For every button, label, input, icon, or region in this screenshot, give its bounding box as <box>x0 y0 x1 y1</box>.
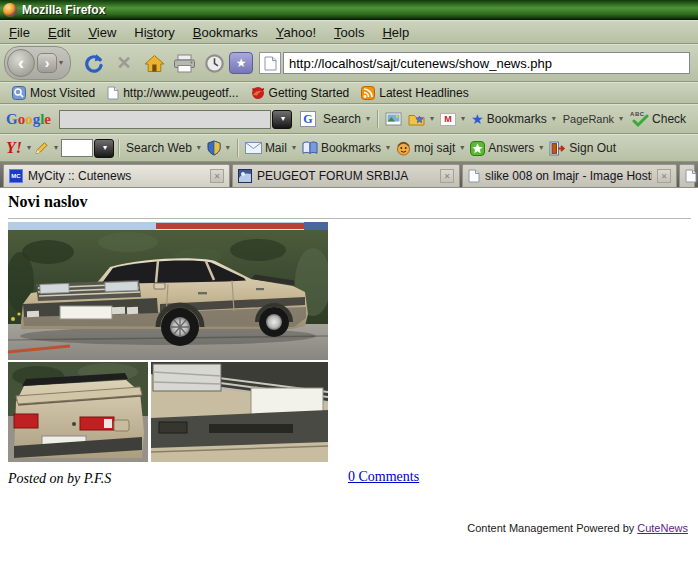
rss-icon <box>361 86 375 100</box>
print-button[interactable] <box>170 48 198 78</box>
yahoo-sign-out-button[interactable]: Sign Out <box>546 139 619 158</box>
envelope-icon <box>245 142 262 154</box>
reload-button[interactable] <box>80 48 108 78</box>
menu-help[interactable]: Help <box>373 22 418 43</box>
cutenews-link[interactable]: CuteNews <box>637 522 688 534</box>
menu-bookmarks[interactable]: Bookmarks <box>184 22 267 43</box>
chevron-down-icon: ▾ <box>292 144 296 152</box>
toolbar-separator <box>118 139 119 157</box>
page-favicon-icon <box>685 169 697 183</box>
menu-bar: File Edit View History Bookmarks Yahoo! … <box>0 20 698 44</box>
toolbar-separator <box>237 139 238 157</box>
bookmark-most-visited[interactable]: Most Visited <box>6 84 101 102</box>
comments-link[interactable]: 0 Comments <box>348 469 419 485</box>
yahoo-protection-button[interactable]: ▾ <box>204 138 233 158</box>
printer-icon <box>173 54 196 73</box>
bookmark-page-button[interactable]: ★ <box>229 52 253 74</box>
shield-icon <box>207 140 221 156</box>
back-icon: ‹ <box>18 54 24 72</box>
chevron-down-icon: ▾ <box>430 115 434 123</box>
back-button[interactable]: ‹ <box>7 49 35 77</box>
menu-history[interactable]: History <box>125 22 183 43</box>
cms-footer-text: Content Management Powered by <box>467 522 634 534</box>
page-icon <box>107 86 119 100</box>
history-button[interactable] <box>200 48 228 78</box>
news-title: Novi naslov <box>8 193 691 219</box>
firefox-swirl-icon <box>251 86 265 100</box>
photos-icon <box>385 112 402 126</box>
avatar-smiley-icon <box>396 141 411 156</box>
menu-tools[interactable]: Tools <box>325 22 373 43</box>
blue-star-icon: ★ <box>471 112 484 126</box>
window-title: Mozilla Firefox <box>22 3 105 17</box>
post-meta-row: Posted on by P.F.S 0 Comments <box>8 469 690 489</box>
news-image-car-front-side <box>8 222 328 360</box>
chevron-down-icon: ▾ <box>461 115 465 123</box>
bookmark-peugeot-forum[interactable]: http://www.peugeotf... <box>101 84 244 102</box>
bookmark-getting-started[interactable]: Getting Started <box>245 84 356 102</box>
yahoo-mail-button[interactable]: Mail ▾ <box>242 139 299 157</box>
chevron-down-icon: ▾ <box>281 115 285 123</box>
cms-footer: Content Management Powered byCuteNews <box>467 522 688 534</box>
chevron-down-icon: ▾ <box>539 144 543 152</box>
yahoo-search-input[interactable] <box>61 139 93 157</box>
url-input[interactable] <box>283 52 690 74</box>
title-bar: Mozilla Firefox <box>0 0 698 20</box>
google-logo: Google <box>6 111 51 128</box>
yahoo-moj-sajt-button[interactable]: moj sajt ▾ <box>393 139 467 158</box>
menu-edit[interactable]: Edit <box>39 22 79 43</box>
yahoo-edit-button[interactable]: ▾ <box>31 139 61 157</box>
spellcheck-button[interactable]: ABC Check <box>627 109 689 130</box>
google-search-input[interactable] <box>59 110 271 129</box>
news-image-car-rear <box>8 362 148 462</box>
google-bookmark-folder-button[interactable]: ▾ <box>405 110 437 128</box>
peugeot-forum-favicon <box>238 169 252 183</box>
google-bookmarks-button[interactable]: ★ Bookmarks ▾ <box>468 110 559 128</box>
forward-icon: › <box>45 55 50 71</box>
firefox-window: Mozilla Firefox File Edit View History B… <box>0 0 698 567</box>
gmail-button[interactable]: M ▾ <box>437 111 468 128</box>
tab-close-button[interactable]: ✕ <box>657 169 671 183</box>
yahoo-bookmarks-button[interactable]: Bookmarks ▾ <box>299 139 393 157</box>
chevron-down-icon: ▾ <box>619 115 623 123</box>
toolbar-separator <box>377 110 378 128</box>
forward-button[interactable]: › <box>37 53 57 73</box>
tab-mycity-cutenews[interactable]: MC MyCity :: Cutenews ✕ <box>3 164 230 187</box>
google-search-history-dropdown[interactable]: ▾ <box>272 110 292 129</box>
yahoo-toolbar: Y! ▾ ▾ ▾ Search Web ▾ ▾ Mail ▾ Bookmarks… <box>0 134 698 162</box>
tab-partial[interactable] <box>679 164 695 187</box>
tab-peugeot-forum[interactable]: PEUGEOT FORUM SRBIJA ✕ <box>232 164 460 187</box>
mycity-favicon: MC <box>9 169 23 183</box>
chevron-down-icon: ▾ <box>552 115 556 123</box>
chevron-down-icon: ▾ <box>366 115 370 123</box>
chevron-down-icon: ▾ <box>460 144 464 152</box>
stop-button[interactable]: ✕ <box>110 48 138 78</box>
google-photos-button[interactable] <box>382 110 405 128</box>
yahoo-logo[interactable]: Y! <box>6 139 22 157</box>
site-identity-button[interactable] <box>259 52 281 74</box>
home-button[interactable] <box>140 48 168 78</box>
tab-close-button[interactable]: ✕ <box>210 169 224 183</box>
google-search-button[interactable]: Search ▾ <box>320 110 373 128</box>
tab-imajr-image-hosting[interactable]: slike 008 on Imajr - Image Hosting ✕ <box>462 164 677 187</box>
sign-out-door-icon <box>549 141 566 156</box>
page-favicon-icon <box>264 56 277 71</box>
tab-close-button[interactable]: ✕ <box>440 169 454 183</box>
menu-file[interactable]: File <box>0 22 39 43</box>
page-favicon-icon <box>468 169 480 183</box>
chevron-down-icon: ▾ <box>386 144 390 152</box>
menu-yahoo[interactable]: Yahoo! <box>267 22 325 43</box>
pagerank-button[interactable]: PageRank ▾ <box>559 112 627 126</box>
news-image-car-front-closeup <box>151 362 328 462</box>
yahoo-search-web-button[interactable]: Search Web ▾ <box>123 139 204 157</box>
bookmark-latest-headlines[interactable]: Latest Headlines <box>355 84 474 102</box>
close-icon: ✕ <box>444 172 451 181</box>
back-forward-cluster: ‹ › ▾ <box>4 46 71 80</box>
reload-icon <box>83 53 105 73</box>
bookmarks-toolbar: Most Visited http://www.peugeotf... Gett… <box>0 82 698 104</box>
menu-view[interactable]: View <box>79 22 125 43</box>
yahoo-answers-button[interactable]: Answers ▾ <box>467 139 546 158</box>
yahoo-search-dropdown[interactable]: ▾ <box>94 139 114 158</box>
history-dropdown-chevron-icon[interactable]: ▾ <box>59 59 63 67</box>
chevron-down-icon: ▾ <box>197 144 201 152</box>
